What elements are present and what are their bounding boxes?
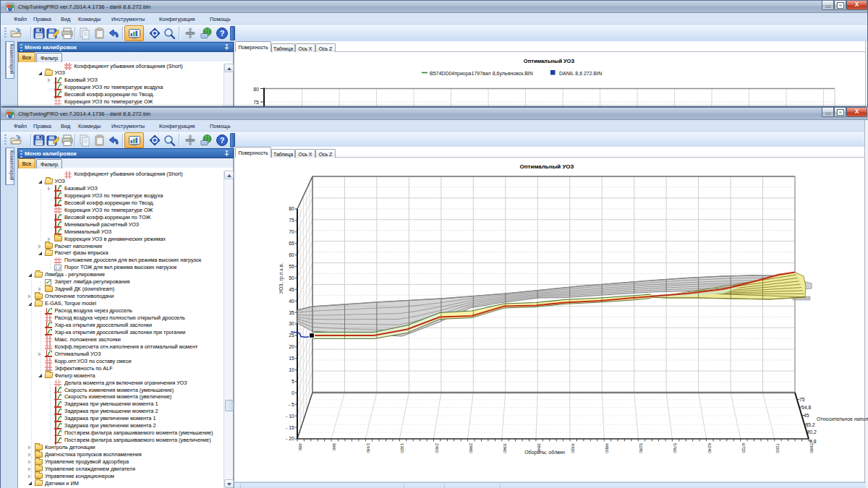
svg-text:0: 0 (292, 390, 294, 395)
svg-text:2400: 2400 (435, 443, 440, 453)
svg-text:Оптимальный УОЗ: Оптимальный УОЗ (520, 163, 574, 170)
svg-text:55: 55 (289, 264, 294, 269)
svg-text:480: 480 (298, 443, 303, 451)
svg-text:75: 75 (799, 397, 805, 402)
svg-text:B574DD04приора1797вал 8,6ульян: B574DD04приора1797вал 8,6ульяновск.BIN (430, 71, 533, 77)
svg-text:30: 30 (289, 321, 294, 326)
svg-text:6720: 6720 (741, 443, 746, 453)
svg-text:60: 60 (289, 252, 294, 257)
svg-text:15: 15 (289, 356, 294, 361)
svg-text:4800: 4800 (605, 443, 610, 453)
svg-text:25: 25 (289, 333, 294, 338)
svg-text:45: 45 (289, 287, 294, 292)
svg-text:- 5: - 5 (289, 402, 294, 407)
svg-text:5760: 5760 (673, 443, 678, 453)
svg-text:4320: 4320 (571, 443, 576, 453)
svg-text:5280: 5280 (639, 443, 644, 453)
svg-text:5: 5 (292, 379, 294, 384)
svg-text:1440: 1440 (366, 443, 371, 453)
svg-text:75: 75 (289, 218, 294, 223)
svg-text:Относительное напол: Относительное напол (817, 416, 868, 421)
svg-text:?: ? (220, 136, 225, 145)
svg-text:65: 65 (289, 241, 294, 246)
svg-text:6240: 6240 (707, 443, 712, 453)
svg-text:50: 50 (289, 275, 294, 281)
svg-text:40: 40 (289, 299, 294, 304)
svg-text:20: 20 (289, 344, 294, 349)
svg-text:- 10: - 10 (286, 414, 294, 419)
svg-text:80: 80 (253, 87, 259, 92)
svg-text:7680: 7680 (809, 443, 814, 453)
svg-text:960: 960 (332, 443, 337, 451)
svg-text:2880: 2880 (469, 443, 474, 453)
svg-text:?: ? (220, 29, 225, 38)
svg-text:1920: 1920 (400, 443, 405, 453)
svg-text:75: 75 (253, 100, 259, 105)
svg-text:35: 35 (289, 310, 294, 315)
svg-text:УОЗ, гр.п.к.в.: УОЗ, гр.п.к.в. (278, 263, 284, 294)
svg-text:- 15: - 15 (286, 425, 294, 430)
svg-text:54,8: 54,8 (801, 405, 811, 410)
svg-text:3360: 3360 (503, 443, 508, 453)
svg-text:Обороты, об/мин: Обороты, об/мин (524, 450, 565, 455)
svg-text:45: 45 (804, 413, 809, 418)
svg-text:- 20: - 20 (286, 436, 294, 441)
svg-text:70: 70 (289, 229, 294, 234)
svg-text:Оптимальный УОЗ: Оптимальный УОЗ (524, 58, 575, 64)
svg-text:10: 10 (289, 367, 294, 372)
svg-text:DANIL 8,6 272.BIN: DANIL 8,6 272.BIN (559, 71, 602, 76)
svg-text:7200: 7200 (775, 443, 780, 453)
svg-text:80: 80 (289, 206, 294, 211)
